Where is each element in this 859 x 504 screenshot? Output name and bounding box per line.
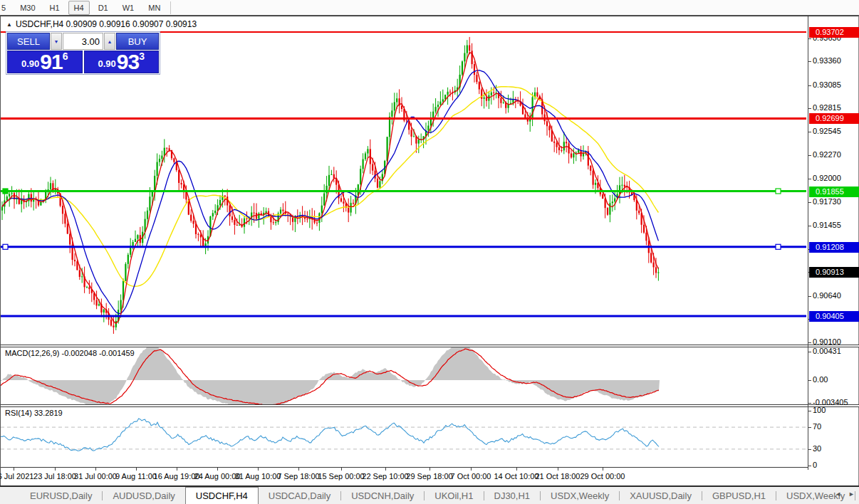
price-level-badge: 0.92699 [809, 113, 859, 124]
mt4-terminal: 5 M30 H1 H4 D1 W1 MN ▲ USDCHF,H4 0.90909… [0, 0, 859, 504]
buy-price-prefix: 0.90 [98, 57, 116, 71]
tf-button-m15[interactable]: 5 [0, 1, 11, 15]
rsi-label: RSI(14) 33.2819 [5, 409, 63, 417]
buy-button[interactable]: BUY [116, 33, 159, 50]
price-tick-label: 0.92000 [813, 174, 841, 182]
price-tick-label: 0.92815 [813, 103, 841, 112]
date-label: 7 Oct 00:00 [451, 472, 491, 481]
price-tick [808, 155, 811, 156]
date-label: 16 Aug 19:00 [154, 472, 200, 481]
tab-scroll-left-icon[interactable]: ◄ [835, 490, 841, 498]
price-level-badge: 0.91855 [809, 187, 859, 197]
volume-decrease-button[interactable]: ▼ [51, 33, 62, 50]
date-tick [217, 468, 218, 471]
price-tick-label: 0.93360 [813, 56, 841, 65]
macd-label: MACD(12,26,9) -0.002048 -0.001459 [5, 349, 135, 357]
date-tick [177, 468, 177, 471]
date-tick [603, 468, 603, 471]
date-tick [341, 468, 342, 471]
date-tick [298, 468, 299, 471]
price-tick-label: 0.92545 [813, 127, 841, 135]
tf-button-m30[interactable]: M30 [14, 1, 41, 15]
macd-tick-label: 0.00 [813, 375, 828, 384]
date-tick [14, 468, 14, 471]
tab-ukoil-h1[interactable]: UKOil,H1 [425, 487, 483, 504]
tab-xauusd-daily[interactable]: XAUUSD,Daily [620, 487, 702, 504]
tab-audusd-daily[interactable]: AUDUSD,Daily [103, 487, 184, 504]
sell-price-prefix: 0.90 [21, 57, 39, 71]
date-tick [55, 468, 56, 471]
level-drag-handle[interactable] [3, 189, 8, 194]
buy-price-pip: 3 [139, 52, 145, 61]
date-label: 15 Sep 00:00 [318, 472, 364, 481]
sell-button[interactable]: SELL [7, 33, 50, 50]
price-tick [808, 342, 811, 343]
price-tick [808, 132, 811, 132]
tab-eurusd-daily[interactable]: EURUSD,Daily [20, 487, 102, 504]
price-tick-label: 0.90100 [813, 337, 841, 346]
rsi-tick-label: 30 [813, 444, 821, 453]
rsi-tick-label: 100 [813, 406, 826, 414]
price-tick-label: 0.93085 [813, 80, 841, 89]
date-tick [471, 468, 472, 471]
collapse-icon[interactable]: ▲ [6, 21, 12, 28]
tab-usdcad-daily[interactable]: USDCAD,Daily [259, 487, 340, 504]
price-level-badge: 0.91208 [809, 242, 859, 253]
macd-pane-separator[interactable] [1, 345, 859, 347]
price-tick [808, 85, 811, 86]
rsi-tick [808, 466, 811, 466]
price-tick-label: 0.91730 [813, 197, 841, 206]
tf-button-mn[interactable]: MN [142, 1, 166, 15]
date-label: 31 Aug 10:00 [235, 472, 281, 481]
rsi-tick [808, 449, 811, 450]
rsi-tick [808, 427, 811, 428]
macd-tick [808, 403, 811, 404]
price-axis[interactable] [808, 16, 808, 470]
price-level-badge: 0.90405 [809, 311, 859, 322]
date-tick [558, 468, 558, 471]
buy-price-big: 93 [117, 53, 139, 71]
date-tick [258, 468, 259, 471]
tab-scroll-right-icon[interactable]: ► [848, 490, 855, 498]
tab-gbpusd-h1[interactable]: GBPUSD,H1 [702, 487, 776, 504]
rsi-line [1, 419, 659, 451]
buy-price-box[interactable]: 0.90 93 3 [84, 51, 160, 73]
date-tick [430, 468, 430, 471]
sell-price-box[interactable]: 0.90 91 6 [7, 51, 83, 73]
price-tick [808, 296, 811, 297]
tab-usdchf-h4[interactable]: USDCHF,H4 [185, 487, 259, 504]
date-label: 9 Aug 11:00 [115, 472, 157, 481]
level-drag-handle[interactable] [3, 244, 8, 249]
chart-title: ▲ USDCHF,H4 0.90909 0.90916 0.90907 0.90… [6, 19, 197, 29]
chart-tab-bar: EURUSD,Daily AUDUSD,Daily USDCHF,H4 USDC… [0, 485, 859, 504]
chart-window[interactable]: ▲ USDCHF,H4 0.90909 0.90916 0.90907 0.90… [0, 16, 859, 485]
tf-button-w1[interactable]: W1 [117, 1, 140, 15]
date-label: 31 Jul 00:00 [74, 472, 117, 481]
tf-button-d1[interactable]: D1 [93, 1, 114, 15]
volume-increase-button[interactable]: ▲ [104, 33, 115, 50]
price-tick [808, 226, 811, 226]
tf-button-h4[interactable]: H4 [68, 1, 90, 15]
price-tick-label: 0.91455 [813, 221, 841, 229]
one-click-trading-panel: SELL ▼ ▲ BUY 0.90 91 6 0.90 93 3 [6, 31, 160, 75]
macd-tick [808, 380, 811, 381]
level-drag-handle[interactable] [776, 244, 781, 249]
rsi-indicator-pane[interactable] [1, 407, 808, 467]
date-tick [516, 468, 517, 471]
date-tick [136, 468, 137, 471]
price-tick [808, 179, 811, 179]
tab-usdcnh-daily[interactable]: USDCNH,Daily [341, 487, 424, 504]
tab-usdx-weekly[interactable]: USDX,Weekly [541, 487, 619, 504]
tab-dj30-h1[interactable]: DJ30,H1 [484, 487, 541, 504]
date-label: 22 Sep 10:00 [362, 472, 408, 481]
rsi-pane-separator[interactable] [1, 404, 859, 407]
level-drag-handle[interactable] [776, 189, 781, 194]
toolbar-separator [170, 1, 171, 14]
macd-tick [808, 352, 811, 352]
chart-title-text: USDCHF,H4 0.90909 0.90916 0.90907 0.9091… [16, 19, 197, 29]
volume-input[interactable] [63, 33, 103, 50]
tf-button-h1[interactable]: H1 [44, 1, 66, 15]
price-tick [808, 61, 811, 62]
price-tick [808, 108, 811, 109]
rsi-tick-label: 70 [813, 422, 821, 431]
